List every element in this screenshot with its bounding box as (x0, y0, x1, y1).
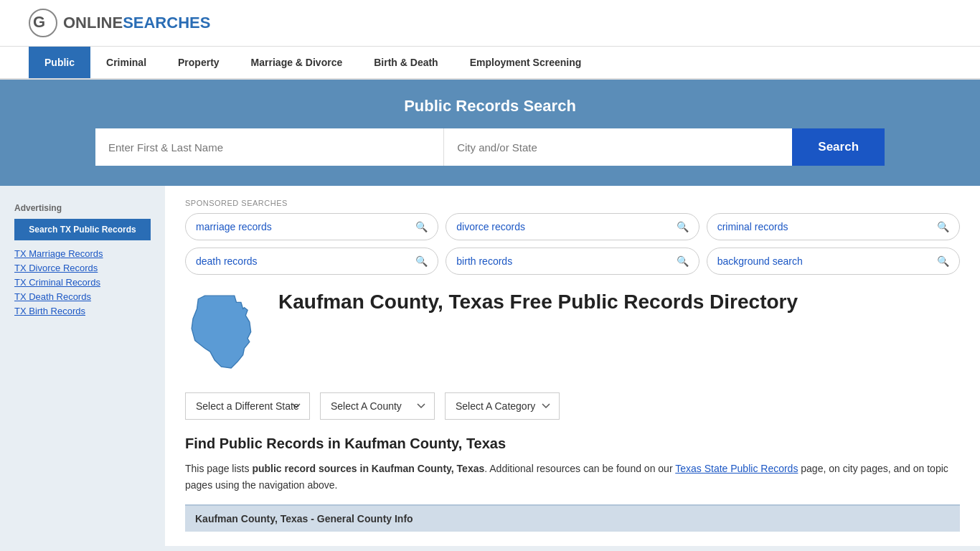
tx-marriage-link[interactable]: TX Marriage Records (14, 248, 103, 259)
search-icon: 🔍 (415, 255, 428, 267)
search-icon: 🔍 (937, 255, 949, 267)
hero-title: Public Records Search (29, 97, 951, 116)
page-title: Kaufman County, Texas Free Public Record… (278, 289, 798, 315)
list-item: TX Birth Records (14, 305, 151, 316)
main-content: SPONSORED SEARCHES marriage records 🔍 di… (165, 186, 980, 546)
logo-text: ONLINESEARCHES (63, 14, 210, 32)
sidebar-ad-label: Advertising (14, 203, 151, 213)
nav-item-public[interactable]: Public (29, 47, 90, 78)
sponsored-pill-label: birth records (456, 255, 512, 267)
svg-text:G: G (33, 13, 45, 31)
category-dropdown[interactable]: Select A Category (445, 392, 560, 420)
sponsored-pill-label: criminal records (717, 221, 788, 232)
search-icon: 🔍 (415, 221, 428, 232)
sponsored-label: SPONSORED SEARCHES (185, 199, 960, 207)
nav-item-criminal[interactable]: Criminal (90, 47, 162, 78)
tx-criminal-link[interactable]: TX Criminal Records (14, 277, 100, 288)
hero-section: Public Records Search Search (0, 80, 980, 186)
sidebar: Advertising Search TX Public Records TX … (0, 186, 165, 546)
main-wrapper: Advertising Search TX Public Records TX … (0, 186, 980, 546)
list-item: TX Criminal Records (14, 276, 151, 288)
texas-state-link[interactable]: Texas State Public Records (675, 463, 798, 474)
find-desc-text2: . Additional resources can be found on o… (484, 463, 675, 474)
sponsored-pill-criminal[interactable]: criminal records 🔍 (707, 213, 960, 240)
page-heading-area: Kaufman County, Texas Free Public Record… (185, 289, 960, 377)
logo-icon: G (29, 9, 57, 37)
tx-divorce-link[interactable]: TX Divorce Records (14, 263, 98, 273)
county-dropdown[interactable]: Select A County (320, 392, 435, 420)
nav-item-birth-death[interactable]: Birth & Death (358, 47, 453, 78)
state-dropdown[interactable]: Select a Different State (185, 392, 310, 420)
sponsored-pill-birth[interactable]: birth records 🔍 (446, 248, 699, 275)
sponsored-pill-label: marriage records (196, 221, 272, 232)
sponsored-pill-background[interactable]: background search 🔍 (707, 248, 960, 275)
location-input[interactable] (444, 128, 792, 166)
main-nav: Public Criminal Property Marriage & Divo… (0, 47, 980, 80)
nav-item-employment[interactable]: Employment Screening (454, 47, 598, 78)
search-icon: 🔍 (677, 255, 689, 267)
sponsored-pill-death[interactable]: death records 🔍 (185, 248, 438, 275)
search-form: Search (95, 128, 885, 166)
state-icon (185, 289, 264, 377)
find-desc-bold: public record sources in Kaufman County,… (252, 463, 484, 474)
sidebar-links: TX Marriage Records TX Divorce Records T… (14, 248, 151, 316)
list-item: TX Marriage Records (14, 248, 151, 259)
tx-death-link[interactable]: TX Death Records (14, 291, 91, 302)
sponsored-pill-label: background search (717, 255, 803, 267)
page-title-block: Kaufman County, Texas Free Public Record… (278, 289, 798, 315)
find-section-title: Find Public Records in Kaufman County, T… (185, 435, 960, 452)
name-input[interactable] (95, 128, 444, 166)
search-icon: 🔍 (677, 221, 689, 232)
sidebar-ad-button[interactable]: Search TX Public Records (14, 219, 151, 240)
search-button[interactable]: Search (792, 128, 885, 166)
sponsored-pill-marriage[interactable]: marriage records 🔍 (185, 213, 438, 240)
nav-item-property[interactable]: Property (162, 47, 235, 78)
list-item: TX Divorce Records (14, 262, 151, 273)
site-header: G ONLINESEARCHES (0, 0, 980, 47)
county-info-header: Kaufman County, Texas - General County I… (185, 504, 960, 532)
sponsored-pill-label: divorce records (456, 221, 525, 232)
sponsored-grid: marriage records 🔍 divorce records 🔍 cri… (185, 213, 960, 275)
dropdowns-row: Select a Different State Select A County… (185, 392, 960, 420)
find-desc-text1: This page lists (185, 463, 252, 474)
find-section-desc: This page lists public record sources in… (185, 461, 960, 493)
logo[interactable]: G ONLINESEARCHES (29, 9, 210, 37)
tx-birth-link[interactable]: TX Birth Records (14, 306, 85, 316)
sponsored-pill-divorce[interactable]: divorce records 🔍 (446, 213, 699, 240)
search-icon: 🔍 (937, 221, 949, 232)
list-item: TX Death Records (14, 291, 151, 302)
texas-silhouette (185, 289, 264, 375)
nav-item-marriage-divorce[interactable]: Marriage & Divorce (235, 47, 359, 78)
sponsored-pill-label: death records (196, 255, 258, 267)
